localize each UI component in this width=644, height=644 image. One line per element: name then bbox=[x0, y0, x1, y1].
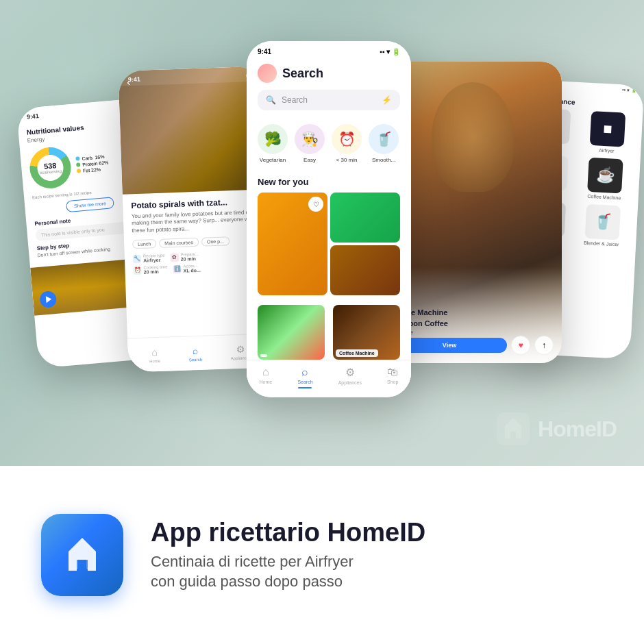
time-left: 9:41 bbox=[26, 112, 39, 121]
center-nav-search[interactable]: ⌕ Search bbox=[297, 366, 312, 388]
center-nav-home[interactable]: ⌂ Home bbox=[260, 366, 273, 384]
easy-icon-circle: 👨‍🍳 bbox=[295, 124, 325, 154]
airfryer-image: ■ bbox=[590, 111, 626, 147]
blender-image: 🥤 bbox=[584, 204, 621, 240]
shop-nav-icon: 🛍 bbox=[387, 366, 398, 378]
fat-dot bbox=[77, 169, 82, 173]
heart-button-1[interactable]: ♡ bbox=[308, 197, 323, 212]
appliances-nav-label: Appliances bbox=[338, 380, 362, 385]
blender-label: Blender & Juicer bbox=[584, 240, 619, 247]
recipe-image-3 bbox=[330, 245, 400, 295]
coffee-late-label: ...ly late bbox=[392, 329, 554, 336]
tag-other: One p... bbox=[201, 236, 230, 246]
recipe-type-value: Airfryer bbox=[143, 258, 165, 263]
accessories: ℹ️ Acces... XL do... bbox=[173, 264, 201, 273]
signal-center: ▪▪ ▾ 🔋 bbox=[380, 48, 400, 55]
meta-row-2: ⏰ Cooking time 20 min ℹ️ Acces... XL do.… bbox=[133, 262, 260, 275]
filter-icon[interactable]: ⚡ bbox=[382, 95, 392, 105]
donut-chart: 538 kcal/serving bbox=[28, 145, 73, 190]
recipe-name: Potato spirals with tzat... bbox=[131, 197, 258, 210]
active-indicator bbox=[298, 387, 312, 388]
category-smoothie[interactable]: 🥤 Smooth... bbox=[369, 124, 399, 163]
cooking-value: 20 min bbox=[144, 269, 168, 275]
homeid-text: HomeID bbox=[538, 417, 617, 442]
homeid-branding: HomeID bbox=[497, 412, 617, 445]
app-name: App ricettario HomeID bbox=[151, 519, 603, 547]
cooking-time: ⏰ Cooking time 20 min bbox=[133, 265, 167, 275]
nav-home-label: Home bbox=[149, 358, 160, 363]
tag-main: Main courses bbox=[159, 238, 199, 248]
search-header: Search 🔍 Search ⚡ bbox=[247, 60, 411, 117]
app-info: App ricettario HomeID Centinaia di ricet… bbox=[151, 519, 603, 592]
airfryer-label: Airfryer bbox=[599, 148, 615, 153]
accessories-icon: ℹ️ bbox=[173, 264, 181, 273]
category-30min[interactable]: ⏰ < 30 min bbox=[332, 124, 362, 163]
fat-label: Fat 22% bbox=[83, 166, 101, 173]
nav-search-recipe[interactable]: ⌕ Search bbox=[188, 345, 202, 362]
category-vegetarian[interactable]: 🥦 Vegetarian bbox=[258, 124, 288, 163]
salad-image-label bbox=[260, 354, 267, 357]
nav-home-recipe[interactable]: ⌂ Home bbox=[149, 346, 160, 363]
center-nav-appliances[interactable]: ⚙ Appliances bbox=[338, 366, 362, 385]
categories-row: 🥦 Vegetarian 👨‍🍳 Easy ⏰ < 30 min 🥤 Smoot… bbox=[247, 117, 411, 170]
tagline-line2: con guida passo dopo passo bbox=[151, 573, 343, 590]
coffee-image-label: Coffee Machine bbox=[336, 349, 378, 357]
search-nav-icon-center: ⌕ bbox=[301, 366, 308, 378]
recipe-cell-2[interactable] bbox=[330, 193, 400, 243]
coffee-machine-image: ☕ bbox=[587, 158, 623, 194]
appliance-coffee-machine[interactable]: ☕ Coffee Machine bbox=[587, 158, 623, 201]
share-button[interactable]: ↑ bbox=[534, 336, 554, 355]
app-icon bbox=[41, 514, 123, 596]
user-avatar bbox=[258, 64, 277, 83]
phones-container: 9:41 ▪▪▪ Nutritional values Energy 538 k… bbox=[14, 21, 630, 445]
30min-label: < 30 min bbox=[336, 157, 358, 163]
recipe-cell-1[interactable]: ♡ bbox=[258, 193, 327, 295]
recipe-type: 🔧 Recipe type Airfryer bbox=[133, 253, 165, 264]
recipe-tags: Lunch Main courses One p... bbox=[132, 236, 260, 249]
vegetarian-icon-circle: 🥦 bbox=[258, 124, 288, 154]
category-easy[interactable]: 👨‍🍳 Easy bbox=[295, 124, 325, 163]
recipe-hero-image: 9:41 ▪▪▪ ‹ ♡ bbox=[118, 66, 266, 194]
easy-label: Easy bbox=[304, 157, 316, 163]
smoothie-label: Smooth... bbox=[372, 157, 395, 163]
protein-dot bbox=[76, 162, 81, 167]
app-icon-svg bbox=[58, 531, 106, 579]
carb-dot bbox=[75, 156, 80, 161]
coffee-recipe-title: Bombon Coffee bbox=[392, 319, 554, 327]
prepare-time: ✿ Prepare... 20 min bbox=[170, 252, 199, 262]
coffee-machine-label: Coffee Machine bbox=[392, 308, 554, 317]
status-bar-center: 9:41 ▪▪ ▾ 🔋 bbox=[247, 41, 411, 60]
30min-icon-circle: ⏰ bbox=[332, 124, 362, 154]
airfryer-icon: 🔧 bbox=[133, 254, 141, 262]
new-for-you-section: New for you ♡ bbox=[247, 170, 411, 299]
salad-image bbox=[258, 305, 325, 360]
coffee-image: Coffee Machine bbox=[333, 305, 400, 360]
like-button[interactable]: ♥ bbox=[511, 336, 530, 355]
meta-row-1: 🔧 Recipe type Airfryer ✿ Prepare... 20 m… bbox=[133, 250, 260, 263]
coffee-cup-illustration bbox=[432, 82, 514, 192]
appliance-airfryer[interactable]: ■ Airfryer bbox=[589, 111, 626, 154]
search-box[interactable]: 🔍 Search ⚡ bbox=[258, 90, 400, 110]
appliance-blender[interactable]: 🥤 Blender & Juicer bbox=[584, 204, 621, 247]
tagline-line1: Centinaia di ricette per Airfryer bbox=[151, 553, 354, 570]
cooking-icon: ⏰ bbox=[133, 266, 141, 274]
back-button[interactable]: ‹ bbox=[127, 76, 131, 88]
nutrition-legend: Carb. 16% Protein 62% Fat 22% bbox=[75, 153, 109, 175]
vegetarian-label: Vegetarian bbox=[260, 157, 286, 163]
play-button[interactable] bbox=[39, 290, 57, 308]
search-header-row: Search bbox=[258, 64, 400, 83]
show-more-button[interactable]: Show me more bbox=[66, 197, 114, 212]
phone-search-main: 9:41 ▪▪ ▾ 🔋 Search 🔍 Search ⚡ 🥦 Vegetari… bbox=[247, 41, 411, 397]
center-nav-shop[interactable]: 🛍 Shop bbox=[387, 366, 398, 384]
nav-search-label: Search bbox=[189, 357, 202, 362]
recipe-cell-3[interactable] bbox=[330, 245, 400, 295]
kcal-unit: kcal/serving bbox=[40, 169, 62, 175]
homeid-logo-icon bbox=[497, 412, 530, 445]
time-center: 9:41 bbox=[258, 48, 271, 55]
search-input-placeholder: Search bbox=[282, 95, 376, 105]
coffee-machine-label-appliance: Coffee Machine bbox=[587, 194, 621, 201]
home-icon: ⌂ bbox=[151, 347, 158, 358]
new-for-you-title: New for you bbox=[258, 177, 400, 187]
center-nav: ⌂ Home ⌕ Search ⚙ Appliances 🛍 Shop bbox=[247, 360, 411, 397]
appliances-nav-icon: ⚙ bbox=[236, 343, 245, 354]
